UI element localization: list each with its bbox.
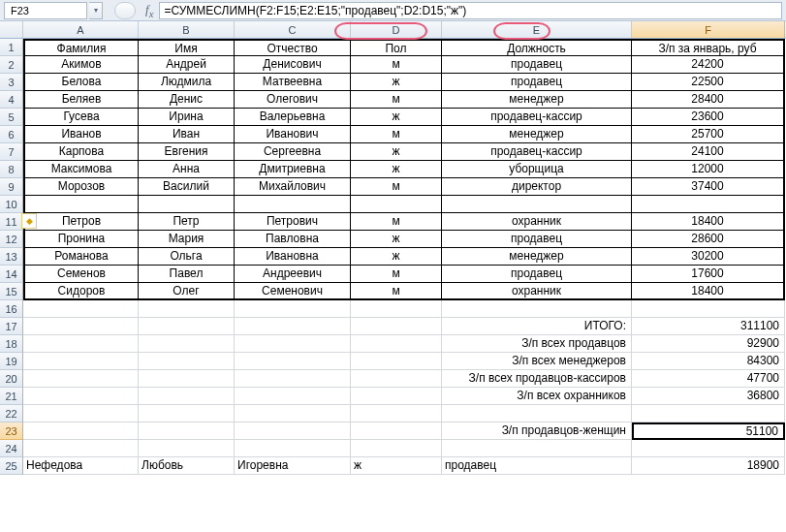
cell[interactable]: Дмитриевна bbox=[235, 161, 351, 178]
cell[interactable]: 92900 bbox=[632, 335, 785, 353]
cell[interactable] bbox=[139, 300, 235, 318]
cell[interactable]: ж bbox=[351, 161, 442, 178]
cell[interactable]: 12000 bbox=[632, 161, 785, 178]
cell[interactable]: Романова bbox=[23, 248, 139, 266]
row-header[interactable]: 13 bbox=[0, 248, 23, 266]
cell[interactable]: 24100 bbox=[632, 143, 785, 161]
cell[interactable]: Павел bbox=[139, 266, 235, 283]
cell[interactable]: Пронина bbox=[23, 231, 139, 248]
cell[interactable] bbox=[442, 440, 632, 457]
cell[interactable] bbox=[235, 422, 351, 440]
cell[interactable]: продавец-кассир bbox=[442, 109, 632, 126]
cell[interactable]: 36800 bbox=[632, 388, 785, 405]
cell[interactable]: Беляев bbox=[23, 91, 139, 109]
cell[interactable] bbox=[235, 370, 351, 388]
cell[interactable] bbox=[235, 440, 351, 457]
cell[interactable]: 84300 bbox=[632, 353, 785, 370]
cell[interactable]: Нефедова bbox=[23, 457, 139, 475]
cell[interactable] bbox=[351, 440, 442, 457]
row-header[interactable]: 11 bbox=[0, 213, 23, 231]
cell[interactable]: ж bbox=[351, 457, 442, 475]
row-header[interactable]: 21 bbox=[0, 388, 23, 405]
cell[interactable]: Сергеевна bbox=[235, 143, 351, 161]
active-cell[interactable]: 51100 bbox=[632, 422, 785, 440]
cell[interactable]: 311100 bbox=[632, 318, 785, 335]
row-header[interactable]: 14 bbox=[0, 266, 23, 283]
row-header[interactable]: 1 bbox=[0, 39, 23, 56]
cell[interactable]: Должность bbox=[442, 39, 632, 56]
col-header-d[interactable]: D bbox=[351, 21, 442, 38]
cell[interactable]: Семенович bbox=[235, 283, 351, 300]
cell[interactable]: 28600 bbox=[632, 231, 785, 248]
cell[interactable] bbox=[235, 196, 351, 213]
cell[interactable]: Акимов bbox=[23, 56, 139, 74]
cell[interactable]: продавец bbox=[442, 231, 632, 248]
cell[interactable] bbox=[351, 422, 442, 440]
cell[interactable]: З/п всех продавцов bbox=[442, 335, 632, 353]
cell[interactable] bbox=[632, 196, 785, 213]
row-header[interactable]: 7 bbox=[0, 143, 23, 161]
cell[interactable] bbox=[23, 318, 139, 335]
cell[interactable]: 47700 bbox=[632, 370, 785, 388]
cell[interactable] bbox=[23, 335, 139, 353]
cell[interactable] bbox=[139, 318, 235, 335]
cell[interactable]: менеджер bbox=[442, 91, 632, 109]
col-header-c[interactable]: C bbox=[235, 21, 351, 38]
cell[interactable]: продавец-кассир bbox=[442, 143, 632, 161]
row-header[interactable]: 12 bbox=[0, 231, 23, 248]
name-box-dropdown[interactable]: ▾ bbox=[89, 2, 103, 19]
insert-function-button[interactable] bbox=[114, 2, 136, 19]
cell[interactable] bbox=[139, 388, 235, 405]
cell[interactable]: Любовь bbox=[139, 457, 235, 475]
col-header-b[interactable]: B bbox=[139, 21, 235, 38]
cell[interactable] bbox=[139, 440, 235, 457]
row-header[interactable]: 8 bbox=[0, 161, 23, 178]
cell[interactable]: 18400 bbox=[632, 213, 785, 231]
cell[interactable]: 18400 bbox=[632, 283, 785, 300]
cell[interactable]: З/п всех охранников bbox=[442, 388, 632, 405]
cell[interactable]: уборщица bbox=[442, 161, 632, 178]
cell[interactable] bbox=[139, 422, 235, 440]
cell[interactable]: продавец bbox=[442, 56, 632, 74]
cell[interactable] bbox=[235, 353, 351, 370]
cell[interactable]: м bbox=[351, 266, 442, 283]
cell[interactable]: м bbox=[351, 126, 442, 143]
cell[interactable]: 37400 bbox=[632, 178, 785, 196]
cell[interactable] bbox=[23, 405, 139, 422]
cell[interactable]: Иванов bbox=[23, 126, 139, 143]
cell[interactable]: Михайлович bbox=[235, 178, 351, 196]
cell[interactable] bbox=[235, 405, 351, 422]
cell[interactable] bbox=[23, 353, 139, 370]
cell[interactable]: Василий bbox=[139, 178, 235, 196]
cell[interactable]: Ольга bbox=[139, 248, 235, 266]
cell[interactable] bbox=[442, 300, 632, 318]
cell[interactable]: Мария bbox=[139, 231, 235, 248]
row-header[interactable]: 22 bbox=[0, 405, 23, 422]
cell[interactable]: Морозов bbox=[23, 178, 139, 196]
col-header-a[interactable]: A bbox=[23, 21, 139, 38]
cell[interactable]: м bbox=[351, 56, 442, 74]
cell[interactable] bbox=[632, 440, 785, 457]
cell[interactable] bbox=[442, 405, 632, 422]
cell[interactable] bbox=[139, 353, 235, 370]
cell[interactable]: охранник bbox=[442, 213, 632, 231]
cell[interactable]: менеджер bbox=[442, 126, 632, 143]
row-header[interactable]: 15 bbox=[0, 283, 23, 300]
row-header[interactable]: 20 bbox=[0, 370, 23, 388]
row-header[interactable]: 4 bbox=[0, 91, 23, 109]
row-header[interactable]: 24 bbox=[0, 440, 23, 457]
cell[interactable] bbox=[139, 196, 235, 213]
cell[interactable]: Семенов bbox=[23, 266, 139, 283]
cell[interactable]: продавец bbox=[442, 457, 632, 475]
cell[interactable]: Денис bbox=[139, 91, 235, 109]
cell[interactable]: продавец bbox=[442, 74, 632, 91]
cell[interactable]: Сидоров bbox=[23, 283, 139, 300]
cell[interactable] bbox=[351, 370, 442, 388]
cell[interactable]: Отчество bbox=[235, 39, 351, 56]
cell[interactable]: 17600 bbox=[632, 266, 785, 283]
cell[interactable] bbox=[23, 388, 139, 405]
cell[interactable] bbox=[23, 300, 139, 318]
cell[interactable]: Иван bbox=[139, 126, 235, 143]
smart-tag-icon[interactable] bbox=[21, 213, 37, 229]
col-header-e[interactable]: E bbox=[442, 21, 632, 38]
